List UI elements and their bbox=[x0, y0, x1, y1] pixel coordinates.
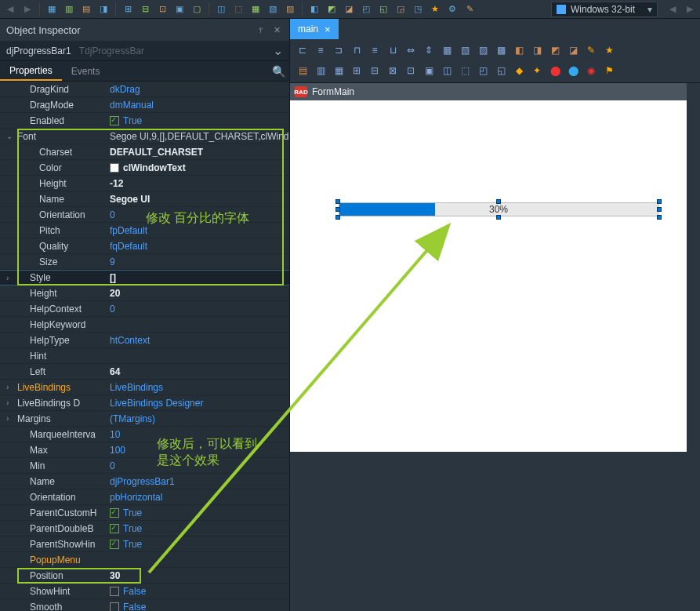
toolbar-icon[interactable]: ◧ bbox=[511, 42, 527, 58]
space-v-icon[interactable]: ⇕ bbox=[421, 42, 437, 58]
toolbar-icon[interactable]: ▩ bbox=[493, 42, 509, 58]
toolbar-icon[interactable]: ◆ bbox=[511, 63, 527, 78]
toolbar-icon[interactable]: ▨ bbox=[475, 42, 491, 58]
nav-back-icon[interactable]: ◀ bbox=[3, 2, 17, 16]
form-client[interactable]: 30% bbox=[290, 100, 687, 452]
toolbar-icon[interactable]: ◱ bbox=[376, 2, 390, 16]
nav-fwd2-icon[interactable]: ▶ bbox=[683, 2, 697, 16]
file-tab-main[interactable]: main × bbox=[290, 19, 339, 39]
toolbar-icon[interactable]: ▦ bbox=[248, 2, 263, 16]
tab-properties[interactable]: Properties bbox=[0, 61, 62, 81]
toolbar-icon[interactable]: ★ bbox=[601, 42, 617, 58]
prop-row[interactable]: ParentCustomHTrue bbox=[0, 505, 289, 521]
toolbar-icon[interactable]: ⊟ bbox=[367, 63, 383, 78]
resize-handle[interactable] bbox=[657, 215, 662, 220]
toolbar-icon[interactable]: ⬚ bbox=[457, 63, 473, 78]
toolbar-icon[interactable]: ⊞ bbox=[121, 2, 135, 16]
search-icon[interactable]: 🔍 bbox=[267, 61, 289, 81]
prop-row[interactable]: ColorclWindowText bbox=[0, 160, 289, 176]
toolbar-icon[interactable]: ✎ bbox=[583, 42, 599, 58]
prop-row[interactable]: ParentShowHinTrue bbox=[0, 536, 289, 552]
prop-row[interactable]: QualityfqDefault bbox=[0, 238, 289, 254]
resize-handle[interactable] bbox=[335, 215, 340, 220]
toolbar-icon[interactable]: ▧ bbox=[457, 42, 473, 58]
nav-back2-icon[interactable]: ◀ bbox=[666, 2, 680, 16]
checkbox-icon[interactable] bbox=[110, 508, 119, 518]
prop-row[interactable]: Max100 bbox=[0, 442, 289, 458]
toolbar-icon[interactable]: ◪ bbox=[565, 42, 581, 58]
prop-row[interactable]: NameSegoe UI bbox=[0, 191, 289, 207]
toolbar-icon[interactable]: ▣ bbox=[172, 2, 187, 16]
align-top-icon[interactable]: ⊓ bbox=[349, 42, 365, 58]
prop-row[interactable]: Orientation0 bbox=[0, 207, 289, 223]
resize-handle[interactable] bbox=[657, 199, 662, 204]
prop-row[interactable]: ›Margins(TMargins) bbox=[0, 411, 289, 427]
prop-row[interactable]: PopupMenu bbox=[0, 552, 289, 568]
toolbar-icon[interactable]: ▣ bbox=[421, 63, 437, 78]
prop-row[interactable]: Left64 bbox=[0, 364, 289, 380]
align-middle-icon[interactable]: ≡ bbox=[367, 42, 383, 58]
prop-row[interactable]: Size9 bbox=[0, 254, 289, 270]
checkbox-icon[interactable] bbox=[110, 602, 119, 611]
toolbar-icon[interactable]: ▦ bbox=[331, 63, 346, 78]
align-left-icon[interactable]: ⊏ bbox=[295, 42, 310, 58]
resize-handle[interactable] bbox=[496, 215, 501, 220]
align-right-icon[interactable]: ⊐ bbox=[331, 42, 346, 58]
toolbar-icon[interactable]: ▤ bbox=[79, 2, 93, 16]
toolbar-icon[interactable]: ◨ bbox=[96, 2, 111, 16]
toolbar-icon[interactable]: ⚙ bbox=[445, 2, 459, 16]
prop-row[interactable]: Height-12 bbox=[0, 176, 289, 191]
prop-row[interactable]: CharsetDEFAULT_CHARSET bbox=[0, 144, 289, 160]
toolbar-icon[interactable]: ⬤ bbox=[547, 63, 563, 78]
prop-row[interactable]: HelpContext0 bbox=[0, 301, 289, 317]
prop-row[interactable]: HelpTypehtContext bbox=[0, 333, 289, 348]
toolbar-icon[interactable]: ✎ bbox=[462, 2, 477, 16]
prop-row-position[interactable]: Position30 bbox=[0, 568, 289, 584]
pin-icon[interactable]: ⫯ bbox=[255, 24, 267, 36]
checkbox-icon[interactable] bbox=[110, 116, 119, 125]
toolbar-icon[interactable]: ⊡ bbox=[155, 2, 169, 16]
prop-row[interactable]: ›LiveBindingsLiveBindings bbox=[0, 380, 289, 395]
toolbar-icon[interactable]: ▨ bbox=[283, 2, 297, 16]
toolbar-icon[interactable]: ◧ bbox=[307, 2, 321, 16]
toolbar-icon[interactable]: ▢ bbox=[190, 2, 204, 16]
toolbar-icon[interactable]: ▥ bbox=[313, 63, 328, 78]
toolbar-icon[interactable]: ◳ bbox=[411, 2, 425, 16]
toolbar-icon[interactable]: ★ bbox=[428, 2, 442, 16]
nav-fwd-icon[interactable]: ▶ bbox=[20, 2, 34, 16]
toolbar-icon[interactable]: ⬚ bbox=[231, 2, 245, 16]
prop-row[interactable]: OrientationpbHorizontal bbox=[0, 489, 289, 505]
prop-row[interactable]: ›LiveBindings DLiveBindings Designer bbox=[0, 395, 289, 411]
tab-events[interactable]: Events bbox=[62, 61, 110, 81]
close-icon[interactable]: ✕ bbox=[270, 24, 283, 36]
form-window[interactable]: RAD FormMain 30% bbox=[290, 83, 687, 452]
toolbar-icon[interactable]: ✦ bbox=[529, 63, 545, 78]
align-bottom-icon[interactable]: ⊔ bbox=[385, 42, 401, 58]
space-h-icon[interactable]: ⇔ bbox=[403, 42, 419, 58]
toolbar-icon[interactable]: ▤ bbox=[295, 63, 310, 78]
prop-row[interactable]: ParentDoubleBTrue bbox=[0, 521, 289, 536]
toolbar-icon[interactable]: ⚑ bbox=[601, 63, 617, 78]
toolbar-icon[interactable]: ◫ bbox=[214, 2, 228, 16]
toolbar-icon[interactable]: ◪ bbox=[342, 2, 356, 16]
prop-row[interactable]: NamedjProgressBar1 bbox=[0, 474, 289, 489]
toolbar-icon[interactable]: ⊟ bbox=[138, 2, 152, 16]
prop-row[interactable]: DragModedmManual bbox=[0, 97, 289, 113]
prop-row[interactable]: Hint bbox=[0, 348, 289, 364]
component-selector[interactable]: djProgressBar1 TdjProgressBar bbox=[0, 41, 289, 61]
prop-row[interactable]: EnabledTrue bbox=[0, 113, 289, 129]
toolbar-icon[interactable]: ⊡ bbox=[403, 63, 419, 78]
prop-row[interactable]: DragKinddkDrag bbox=[0, 82, 289, 97]
prop-row-font[interactable]: ⌄FontSegoe UI,9,[],DEFAULT_CHARSET,clWin… bbox=[0, 129, 289, 144]
prop-row[interactable]: PitchfpDefault bbox=[0, 223, 289, 238]
toolbar-icon[interactable]: ▦ bbox=[439, 42, 455, 58]
toolbar-icon[interactable]: ▧ bbox=[266, 2, 280, 16]
toolbar-icon[interactable]: ◰ bbox=[475, 63, 491, 78]
close-tab-icon[interactable]: × bbox=[325, 24, 331, 35]
toolbar-icon[interactable]: ⬤ bbox=[565, 63, 581, 78]
checkbox-icon[interactable] bbox=[110, 524, 119, 533]
toolbar-icon[interactable]: ◱ bbox=[493, 63, 509, 78]
prop-row[interactable]: HelpKeyword bbox=[0, 317, 289, 333]
prop-row[interactable]: SmoothFalse bbox=[0, 599, 289, 611]
design-surface[interactable]: RAD FormMain 30% bbox=[290, 83, 700, 611]
